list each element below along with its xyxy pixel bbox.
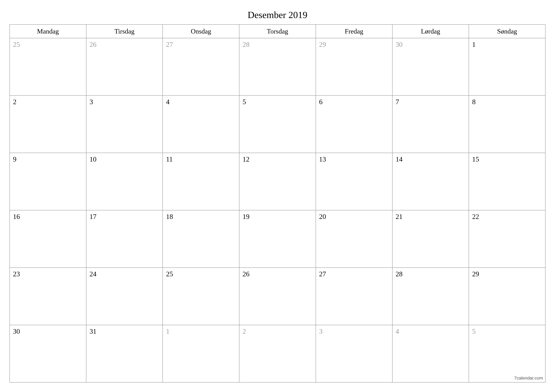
calendar-day-cell: 27 [316, 268, 392, 325]
calendar-week-row: 16171819202122 [10, 210, 545, 268]
calendar-week-row: 2345678 [10, 95, 545, 153]
calendar-day-cell: 57calendar.com [469, 325, 545, 382]
calendar-day-cell: 31 [86, 325, 163, 382]
calendar-day-cell: 26 [239, 268, 316, 325]
calendar-day-cell: 10 [86, 153, 163, 210]
weekday-header: Fredag [316, 24, 392, 38]
calendar-title: Desember 2019 [9, 9, 546, 20]
weekday-header: Mandag [10, 24, 86, 38]
calendar-day-cell: 30 [10, 325, 86, 382]
calendar-day-cell: 1 [469, 38, 545, 95]
footer-credit: 7calendar.com [514, 376, 543, 381]
calendar-day-cell: 11 [163, 153, 239, 210]
calendar-day-cell: 29 [316, 38, 392, 95]
calendar-day-cell: 13 [316, 153, 392, 210]
calendar-day-cell: 9 [10, 153, 86, 210]
weekday-header: Søndag [469, 24, 545, 38]
weekday-header: Tirsdag [86, 24, 163, 38]
calendar-day-cell: 18 [163, 210, 239, 268]
calendar-day-cell: 4 [392, 325, 469, 382]
calendar-body: 2526272829301234567891011121314151617181… [10, 38, 545, 382]
calendar-day-cell: 30 [392, 38, 469, 95]
calendar-day-cell: 16 [10, 210, 86, 268]
calendar-day-cell: 25 [163, 268, 239, 325]
calendar-day-cell: 28 [392, 268, 469, 325]
calendar-day-cell: 4 [163, 95, 239, 153]
calendar-day-cell: 19 [239, 210, 316, 268]
calendar-day-cell: 23 [10, 268, 86, 325]
calendar-day-cell: 25 [10, 38, 86, 95]
calendar-day-cell: 5 [239, 95, 316, 153]
weekday-header-row: Mandag Tirsdag Onsdag Torsdag Fredag Lør… [10, 24, 545, 38]
calendar-day-cell: 6 [316, 95, 392, 153]
calendar-day-cell: 12 [239, 153, 316, 210]
calendar-container: Desember 2019 Mandag Tirsdag Onsdag Tors… [9, 9, 546, 383]
calendar-day-cell: 14 [392, 153, 469, 210]
calendar-day-cell: 20 [316, 210, 392, 268]
calendar-day-cell: 3 [316, 325, 392, 382]
weekday-header: Onsdag [163, 24, 239, 38]
calendar-day-cell: 28 [239, 38, 316, 95]
calendar-day-cell: 24 [86, 268, 163, 325]
calendar-day-cell: 27 [163, 38, 239, 95]
calendar-day-cell: 15 [469, 153, 545, 210]
calendar-day-cell: 2 [239, 325, 316, 382]
calendar-day-cell: 1 [163, 325, 239, 382]
calendar-day-cell: 22 [469, 210, 545, 268]
calendar-table: Mandag Tirsdag Onsdag Torsdag Fredag Lør… [9, 24, 546, 383]
calendar-day-cell: 26 [86, 38, 163, 95]
calendar-day-cell: 7 [392, 95, 469, 153]
weekday-header: Lørdag [392, 24, 469, 38]
calendar-day-cell: 17 [86, 210, 163, 268]
calendar-week-row: 9101112131415 [10, 153, 545, 210]
calendar-week-row: 3031123457calendar.com [10, 325, 545, 382]
calendar-day-cell: 3 [86, 95, 163, 153]
calendar-day-cell: 8 [469, 95, 545, 153]
weekday-header: Torsdag [239, 24, 316, 38]
calendar-day-cell: 2 [10, 95, 86, 153]
calendar-day-cell: 21 [392, 210, 469, 268]
calendar-week-row: 2526272829301 [10, 38, 545, 95]
calendar-day-cell: 29 [469, 268, 545, 325]
calendar-week-row: 23242526272829 [10, 268, 545, 325]
